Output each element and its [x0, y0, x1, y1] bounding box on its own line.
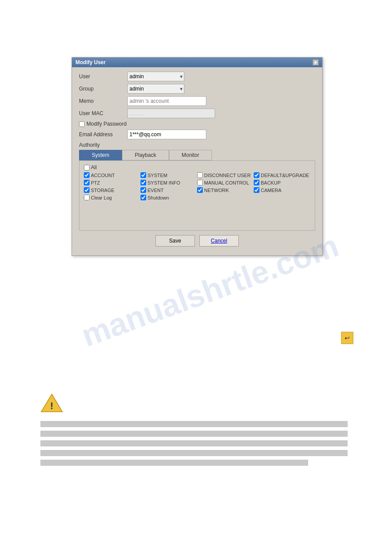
- perm-system-label: SYSTEM: [147, 173, 167, 178]
- perm-all-label: All: [91, 164, 97, 170]
- perm-network-label: NETWORK: [204, 188, 229, 193]
- text-line-5: [40, 460, 308, 466]
- group-row: Group admin ▼: [79, 84, 315, 94]
- perm-network-checkbox[interactable]: [197, 187, 203, 193]
- user-mac-input[interactable]: [127, 109, 215, 118]
- user-row: User admin ▼: [79, 72, 315, 81]
- perm-manual-control-label: MANUAL CONTROL: [204, 180, 249, 185]
- perm-default-upgrade-checkbox[interactable]: [254, 172, 259, 178]
- perm-clear-log-checkbox[interactable]: [84, 195, 90, 200]
- perm-system-info-label: SYSTEM INFO: [147, 180, 180, 185]
- perm-storage-checkbox[interactable]: [84, 187, 90, 193]
- authority-tabs: System Playback Monitor: [79, 150, 315, 160]
- modify-password-label: Modify Password: [86, 121, 126, 127]
- perm-storage-label: STORAGE: [91, 188, 115, 193]
- tab-system[interactable]: System: [79, 150, 122, 160]
- perm-backup-label: BACKUP: [261, 180, 281, 185]
- cancel-button[interactable]: Cancel: [199, 235, 239, 247]
- group-select-wrap: admin ▼: [127, 84, 184, 94]
- dialog-close-button[interactable]: ■: [313, 59, 319, 65]
- perm-event: EVENT: [140, 187, 197, 193]
- dialog-titlebar: Modify User ■: [72, 58, 322, 67]
- perm-camera: CAMERA: [254, 187, 310, 193]
- perm-camera-label: CAMERA: [261, 188, 281, 193]
- perm-storage: STORAGE: [84, 187, 140, 193]
- modify-user-dialog: Modify User ■ User admin ▼ Group admin ▼: [72, 57, 323, 256]
- authority-section: Authority System Playback Monitor All AC…: [79, 142, 315, 231]
- close-icon: ■: [314, 60, 316, 65]
- perm-account: ACCOUNT: [84, 172, 140, 178]
- user-mac-row: User MAC: [79, 109, 315, 118]
- dialog-title: Modify User: [76, 59, 106, 65]
- perm-backup: BACKUP: [254, 180, 310, 185]
- text-lines-section: [40, 421, 348, 469]
- perm-disconnect-user-label: DISCONNECT USER: [204, 173, 251, 178]
- text-line-2: [40, 431, 348, 437]
- perm-all-row: All: [84, 164, 310, 170]
- memo-row: Memo: [79, 96, 315, 106]
- corner-icon: ↩: [341, 332, 353, 344]
- user-select[interactable]: admin: [127, 72, 184, 81]
- perm-shutdown-checkbox[interactable]: [140, 195, 146, 200]
- user-select-wrap: admin ▼: [127, 72, 184, 81]
- perm-backup-checkbox[interactable]: [254, 180, 259, 185]
- perm-disconnect-user-checkbox[interactable]: [197, 172, 203, 178]
- perm-system: SYSTEM: [140, 172, 197, 178]
- group-label: Group: [79, 86, 127, 92]
- perm-system-info-checkbox[interactable]: [140, 180, 146, 185]
- perm-shutdown: Shutdown: [140, 195, 197, 200]
- email-input[interactable]: [127, 130, 206, 139]
- user-mac-label: User MAC: [79, 110, 127, 116]
- svg-text:!: !: [50, 400, 53, 411]
- save-button[interactable]: Save: [155, 235, 195, 247]
- memo-input[interactable]: [127, 96, 206, 106]
- memo-label: Memo: [79, 98, 127, 104]
- corner-icon-symbol: ↩: [345, 334, 350, 341]
- perm-event-label: EVENT: [147, 188, 164, 193]
- modify-password-row: Modify Password: [79, 121, 315, 127]
- tab-monitor[interactable]: Monitor: [169, 150, 212, 160]
- dialog-body: User admin ▼ Group admin ▼ Memo: [72, 67, 322, 255]
- email-label: Email Address: [79, 131, 127, 138]
- permissions-grid: ACCOUNT SYSTEM DISCONNECT USER DEFAULT&U…: [84, 172, 310, 200]
- perm-camera-checkbox[interactable]: [254, 187, 259, 193]
- perm-clear-log: Clear Log: [84, 195, 140, 200]
- perm-manual-control: MANUAL CONTROL: [197, 180, 254, 185]
- perm-ptz: PTZ: [84, 180, 140, 185]
- warning-icon: !: [40, 392, 63, 414]
- text-line-1: [40, 421, 348, 427]
- warning-section: !: [40, 392, 63, 414]
- perm-system-info: SYSTEM INFO: [140, 180, 197, 185]
- perm-manual-control-checkbox[interactable]: [197, 180, 203, 185]
- perm-disconnect-user: DISCONNECT USER: [197, 172, 254, 178]
- text-line-3: [40, 440, 348, 446]
- authority-label: Authority: [79, 142, 315, 148]
- perm-event-checkbox[interactable]: [140, 187, 146, 193]
- perm-account-label: ACCOUNT: [91, 173, 115, 178]
- perm-network: NETWORK: [197, 187, 254, 193]
- modify-password-checkbox[interactable]: [79, 121, 85, 127]
- perm-ptz-label: PTZ: [91, 180, 100, 185]
- perm-clear-log-label: Clear Log: [91, 195, 112, 200]
- group-select[interactable]: admin: [127, 84, 184, 94]
- dialog-buttons: Save Cancel: [79, 231, 315, 250]
- perm-all-checkbox[interactable]: [84, 165, 90, 170]
- text-line-4: [40, 450, 348, 456]
- tab-playback[interactable]: Playback: [122, 150, 169, 160]
- perm-shutdown-label: Shutdown: [147, 195, 169, 200]
- perm-ptz-checkbox[interactable]: [84, 180, 90, 185]
- perm-account-checkbox[interactable]: [84, 172, 90, 178]
- email-row: Email Address: [79, 130, 315, 139]
- perm-default-upgrade-label: DEFAULT&UPGRADE: [261, 173, 309, 178]
- perm-default-upgrade: DEFAULT&UPGRADE: [254, 172, 310, 178]
- perm-system-checkbox[interactable]: [140, 172, 146, 178]
- user-label: User: [79, 73, 127, 80]
- permissions-box: All ACCOUNT SYSTEM DISCONNECT USER: [79, 160, 315, 231]
